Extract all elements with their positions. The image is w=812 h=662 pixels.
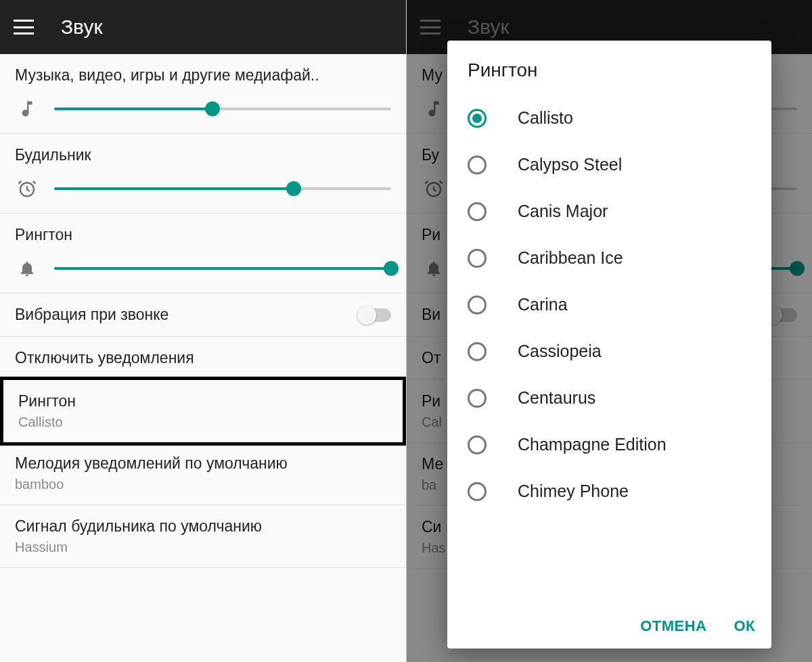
ringtone-option[interactable]: Chimey Phone [447,468,771,515]
appbar-title: Звук [61,16,103,39]
ringtone-volume-row: Рингтон [0,214,406,293]
settings-pane-right: Звук Му Бу Ри Ви От РиCal Меba СиHas Рин… [406,0,812,662]
vibrate-switch[interactable] [359,308,391,322]
cancel-button[interactable]: ОТМЕНА [640,617,706,635]
ringtone-option-label: Carina [518,295,568,314]
ringtone-option-label: Caribbean Ice [518,248,623,268]
radio-icon [468,482,487,501]
ringtone-picker-label: Рингтон [18,392,388,410]
radio-icon [468,435,487,454]
music-note-icon [15,97,39,121]
ringtone-option[interactable]: Caribbean Ice [447,235,771,281]
media-volume-slider[interactable] [54,101,391,117]
vibrate-on-call-row[interactable]: Вибрация при звонке [0,293,406,337]
ringtone-option-label: Canis Major [518,202,608,221]
menu-icon[interactable] [14,20,34,34]
settings-pane-left: Звук Музыка, видео, игры и другие медиаф… [0,0,406,662]
vibrate-on-call-label: Вибрация при звонке [15,306,168,324]
ringtone-option-list: CallistoCalypso SteelCanis MajorCaribbea… [447,95,771,607]
ringtone-option-label: Calypso Steel [518,155,622,174]
radio-icon [468,109,487,128]
dnd-label: Отключить уведомления [15,349,391,367]
ringtone-option[interactable]: Carina [447,281,771,328]
ringtone-option-label: Champagne Edition [518,435,667,454]
ringtone-option[interactable]: Canis Major [447,188,771,235]
ringtone-option[interactable]: Cassiopeia [447,328,771,375]
radio-icon [468,202,487,221]
alarm-sound-row[interactable]: Сигнал будильника по умолчанию Hassium [0,505,406,568]
radio-icon [468,156,487,174]
notification-sound-row[interactable]: Мелодия уведомлений по умолчанию bamboo [0,442,406,505]
ringtone-option[interactable]: Champagne Edition [447,421,771,468]
appbar: Звук [0,0,406,54]
alarm-volume-label: Будильник [15,146,391,164]
bell-icon [15,256,39,281]
ringtone-picker-value: Callisto [18,415,388,430]
radio-icon [468,295,487,314]
ringtone-option-label: Chimey Phone [518,481,629,501]
notification-sound-value: bamboo [15,477,391,492]
ringtone-volume-slider[interactable] [54,260,391,277]
media-volume-row: Музыка, видео, игры и другие медиафай.. [0,54,406,134]
dialog-actions: ОТМЕНА ОК [447,607,771,648]
alarm-sound-value: Hassium [15,540,391,555]
dialog-title: Рингтон [447,41,771,95]
dnd-row[interactable]: Отключить уведомления [0,337,406,380]
settings-list: Музыка, видео, игры и другие медиафай.. … [0,54,406,568]
notification-sound-label: Мелодия уведомлений по умолчанию [15,454,391,473]
ringtone-volume-label: Рингтон [15,226,391,244]
alarm-clock-icon [15,176,39,201]
ringtone-option-label: Centaurus [518,388,595,408]
ringtone-option-label: Cassiopeia [518,341,602,361]
radio-icon [468,342,487,361]
alarm-volume-slider[interactable] [54,181,391,197]
ok-button[interactable]: ОК [734,617,755,635]
ringtone-option-label: Callisto [518,108,573,128]
ringtone-picker-row[interactable]: Рингтон Callisto [0,377,406,446]
ringtone-option[interactable]: Centaurus [447,375,771,421]
ringtone-dialog: Рингтон CallistoCalypso SteelCanis Major… [447,41,771,648]
ringtone-option[interactable]: Calypso Steel [447,141,771,188]
alarm-volume-row: Будильник [0,134,406,214]
radio-icon [468,249,487,268]
media-volume-label: Музыка, видео, игры и другие медиафай.. [15,66,391,85]
alarm-sound-label: Сигнал будильника по умолчанию [15,517,391,536]
ringtone-option[interactable]: Callisto [447,95,771,141]
radio-icon [468,389,487,408]
